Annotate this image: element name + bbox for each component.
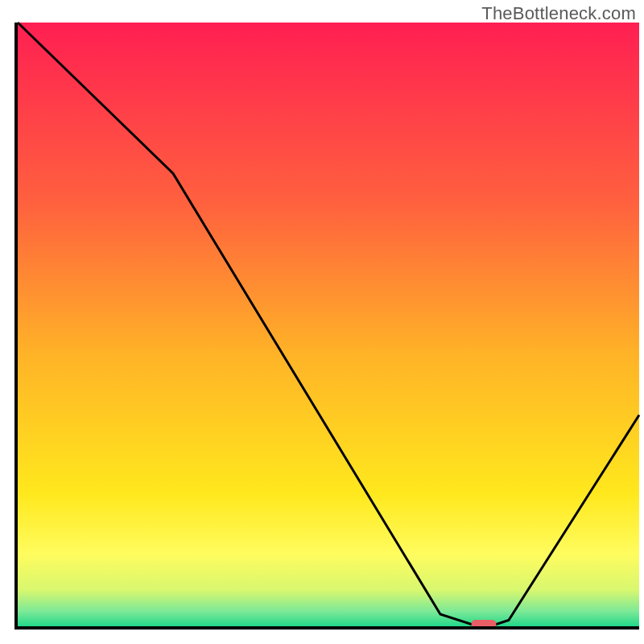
chart-container: TheBottleneck.com bbox=[0, 0, 644, 644]
bottleneck-chart bbox=[0, 0, 644, 644]
watermark-text: TheBottleneck.com bbox=[481, 3, 636, 24]
